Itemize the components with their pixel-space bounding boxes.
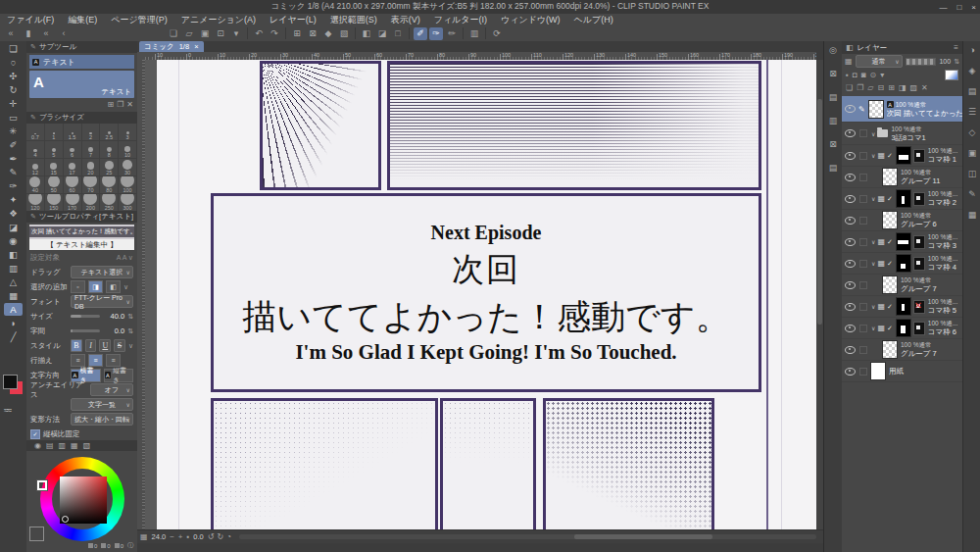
collapse-arrow-icon[interactable]: ∨ [871, 195, 875, 202]
layer-visibility-icon[interactable] [845, 238, 856, 246]
collapse-arrow-icon[interactable]: ∨ [871, 325, 875, 331]
brush-size-200[interactable]: 200 [82, 194, 101, 212]
auto-select-tool[interactable]: ✳ [4, 125, 23, 137]
airbrush-tool[interactable]: ✦ [4, 193, 23, 206]
color-info-icon[interactable]: ⓘ [127, 541, 133, 550]
layer-row-4[interactable]: ∨▦✓100 %通...コマ枠 2 [842, 188, 962, 210]
style-more-icon[interactable]: ∨ [128, 342, 133, 350]
snap-special-ruler-icon[interactable]: ✑ [429, 27, 443, 40]
horizontal-scrollbar[interactable] [239, 534, 816, 539]
layer-visibility-icon[interactable] [845, 346, 856, 354]
brush-size-15[interactable]: 15 [45, 159, 64, 176]
collapse-dock-icon[interactable]: « [39, 27, 53, 40]
more-icon[interactable]: ▾ [880, 71, 884, 79]
invert-selection-icon[interactable]: ⊠ [306, 27, 319, 40]
move-tool[interactable]: ✛ [4, 97, 23, 110]
hue-marker[interactable] [37, 480, 47, 490]
layer-check-box[interactable] [859, 281, 867, 289]
selection-more-icon[interactable]: ∨ [123, 283, 128, 291]
blend-combo-icon[interactable]: ▦ [845, 57, 853, 66]
layer-row-2[interactable]: ∨▦✓100 %通...コマ枠 1 [842, 145, 962, 167]
decoration-tool[interactable]: ❖ [4, 207, 23, 220]
new-page-icon[interactable]: ❏ [167, 27, 180, 40]
brush-size-1[interactable]: 1 [45, 124, 64, 141]
layer-visibility-icon[interactable] [845, 217, 856, 225]
strikethrough-button[interactable]: S [114, 339, 125, 352]
color-history-tab-icon[interactable]: ▧ [83, 441, 91, 450]
opacity-value[interactable]: 100 [939, 58, 951, 65]
snap-ruler-icon[interactable]: ✐ [414, 27, 427, 40]
color-wheel[interactable]: 000ⓘ [26, 451, 137, 552]
new-folder-icon[interactable]: ▱ [867, 83, 873, 92]
layer-check-box[interactable] [859, 129, 867, 137]
menu-item-4[interactable]: レイヤー(L) [263, 14, 323, 26]
fit-screen-icon[interactable]: ▪ [187, 532, 190, 541]
merge-down-icon[interactable]: ⊞ [888, 83, 895, 92]
tracking-value[interactable]: 0.0 [103, 326, 124, 335]
layer-visibility-icon[interactable] [845, 281, 856, 289]
brush-size-60[interactable]: 60 [64, 176, 82, 194]
horizontal-scroll-thumb[interactable] [574, 534, 712, 539]
mask-enable-icon[interactable]: ⊙ [870, 71, 877, 79]
layer-check-box[interactable] [859, 303, 867, 311]
layer-visibility-icon[interactable] [845, 105, 856, 113]
swatch-dock-icon[interactable]: ◈ [969, 66, 976, 75]
material2-panel-icon[interactable]: ▥ [829, 116, 838, 125]
layer-check-box[interactable] [859, 238, 867, 246]
color-set-tab-icon[interactable]: ▥ [59, 441, 67, 450]
vertical-scroll-thumb[interactable] [817, 99, 822, 325]
brush-size-20[interactable]: 20 [82, 159, 101, 176]
navigator-panel-icon[interactable]: ◎ [829, 45, 837, 55]
collapse-arrow-icon[interactable]: ∨ [871, 238, 875, 245]
layer-row-5[interactable]: 100 %通常グループ 6 [842, 210, 962, 231]
document-tab[interactable]: コミック 1/8 × [139, 41, 204, 52]
font-dropdown[interactable]: FTT-クレー Pro DB [71, 295, 133, 308]
hand-tool[interactable]: ✣ [4, 70, 23, 82]
menu-item-0[interactable]: ファイル(F) [0, 14, 61, 26]
size-slider[interactable] [71, 315, 100, 318]
canvas-viewport[interactable]: Next Episode 次回 描いててよかった！感動です。 I'm So Gl… [145, 60, 816, 529]
vertical-scrollbar[interactable] [816, 60, 823, 529]
brush-size-17[interactable]: 17 [64, 159, 82, 176]
brush-size-2[interactable]: 2 [82, 124, 101, 141]
brush-size-80[interactable]: 80 [100, 176, 119, 194]
pixel-grid-icon[interactable]: ▦ [140, 532, 148, 541]
menu-dock-icon[interactable]: ☰ [968, 107, 976, 117]
selection-new-button[interactable]: ▫ [71, 280, 85, 293]
tracking-stepper[interactable]: ⇅ [127, 327, 133, 335]
layer-visibility-icon[interactable] [845, 325, 856, 332]
layer-visibility-icon[interactable] [845, 129, 856, 137]
rotate-left-icon[interactable]: ↺ [208, 532, 215, 541]
eraser-tool[interactable]: ◪ [4, 221, 23, 233]
menu-item-1[interactable]: 編集(E) [61, 14, 104, 26]
intermediate-color-tab-icon[interactable]: ▦ [71, 441, 78, 450]
collapse-arrow-icon[interactable]: ∨ [871, 303, 875, 310]
layer-row-12[interactable]: 用紙 [842, 361, 962, 382]
new-vector-layer-icon[interactable]: ❐ [857, 83, 863, 92]
blend-tool[interactable]: ◉ [4, 234, 23, 247]
brush-size-30[interactable]: 30 [119, 159, 137, 176]
brush-size-170[interactable]: 170 [64, 194, 82, 212]
brush-size-12[interactable]: 12 [26, 159, 45, 176]
maximize-button[interactable]: □ [956, 3, 961, 12]
brush-tool[interactable]: ✑ [4, 179, 23, 192]
brush-size-10[interactable]: 10 [119, 141, 137, 159]
minimize-button[interactable]: — [939, 3, 947, 12]
charlist-dropdown[interactable]: 文字一覧 [71, 398, 133, 411]
divider-handle-icon[interactable]: ▮ [22, 27, 35, 40]
layer-row-6[interactable]: ∨▦✓100 %通...コマ枠 3 [842, 231, 962, 253]
pattern-dock-icon[interactable]: ▣ [968, 148, 977, 158]
deselect-icon[interactable]: ⊞ [290, 27, 304, 40]
brush-size-25[interactable]: 25 [100, 159, 119, 176]
gradient-tool[interactable]: ▥ [4, 262, 23, 275]
italic-button[interactable]: I [85, 339, 97, 352]
rotate-view-icon[interactable]: ⟳ [490, 27, 504, 40]
brush-size-3[interactable]: 3 [119, 124, 137, 141]
transparent-color-icon[interactable]: ≈≈ [4, 406, 11, 415]
figure-tool[interactable]: △ [4, 276, 23, 288]
opacity-stepper[interactable]: ⇅ [954, 58, 959, 66]
layer-row-7[interactable]: ∨▦✓100 %通...コマ枠 4 [842, 253, 962, 275]
brush-size-6[interactable]: 6 [64, 141, 82, 159]
expand-selection-icon[interactable]: ◆ [321, 27, 335, 40]
menu-item-3[interactable]: アニメーション(A) [174, 14, 263, 26]
